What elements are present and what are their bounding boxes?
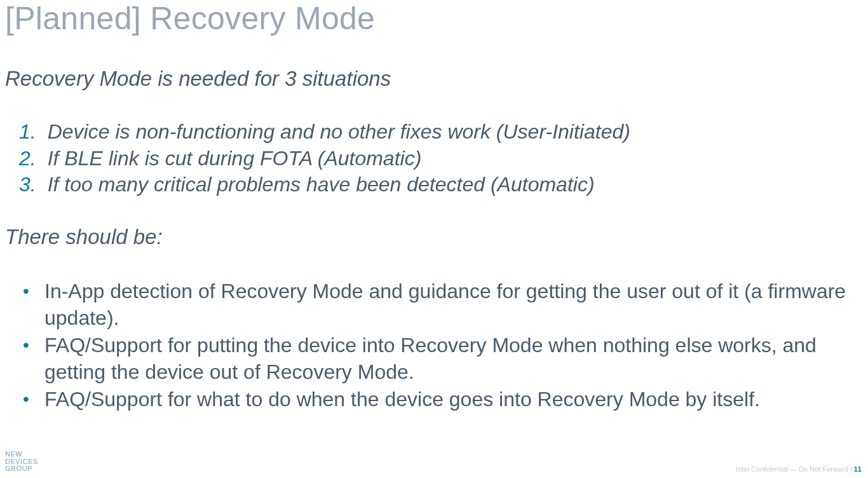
list-item: • FAQ/Support for what to do when the de… [23, 386, 862, 413]
list-item: 3. If too many critical problems have be… [19, 172, 630, 198]
bullet-icon: • [23, 386, 29, 413]
bullet-list: • In-App detection of Recovery Mode and … [23, 278, 862, 414]
list-item: 1. Device is non-functioning and no othe… [19, 119, 630, 146]
list-item: • In-App detection of Recovery Mode and … [23, 278, 862, 331]
intro-text: Recovery Mode is needed for 3 situations [5, 67, 391, 91]
bullet-icon: • [23, 278, 29, 331]
list-number: 1. [19, 119, 36, 146]
list-text: Device is non-functioning and no other f… [48, 119, 630, 146]
list-item: 2. If BLE link is cut during FOTA (Autom… [19, 146, 630, 172]
footer: NEW DEVICES GROUP Intel Confidential — D… [5, 451, 862, 473]
bullet-text: FAQ/Support for putting the device into … [44, 332, 862, 385]
confidential-text: Intel Confidential — Do Not Forward | [736, 465, 854, 473]
list-text: If BLE link is cut during FOTA (Automati… [48, 146, 422, 172]
there-should-be-label: There should be: [5, 225, 163, 249]
bullet-text: FAQ/Support for what to do when the devi… [44, 386, 862, 413]
list-text: If too many critical problems have been … [48, 172, 595, 198]
footer-right: Intel Confidential — Do Not Forward | 11 [736, 465, 862, 473]
slide-title: [Planned] Recovery Mode [5, 0, 375, 37]
numbered-list: 1. Device is non-functioning and no othe… [19, 119, 630, 198]
bullet-icon: • [23, 332, 29, 385]
list-number: 2. [19, 146, 36, 172]
footer-logo-text: NEW DEVICES GROUP [5, 451, 38, 473]
list-number: 3. [19, 172, 36, 198]
page-number: 11 [854, 465, 862, 473]
list-item: • FAQ/Support for putting the device int… [23, 332, 862, 385]
bullet-text: In-App detection of Recovery Mode and gu… [44, 278, 862, 331]
footer-logo-line: GROUP [5, 465, 38, 473]
slide: [Planned] Recovery Mode Recovery Mode is… [0, 0, 868, 478]
